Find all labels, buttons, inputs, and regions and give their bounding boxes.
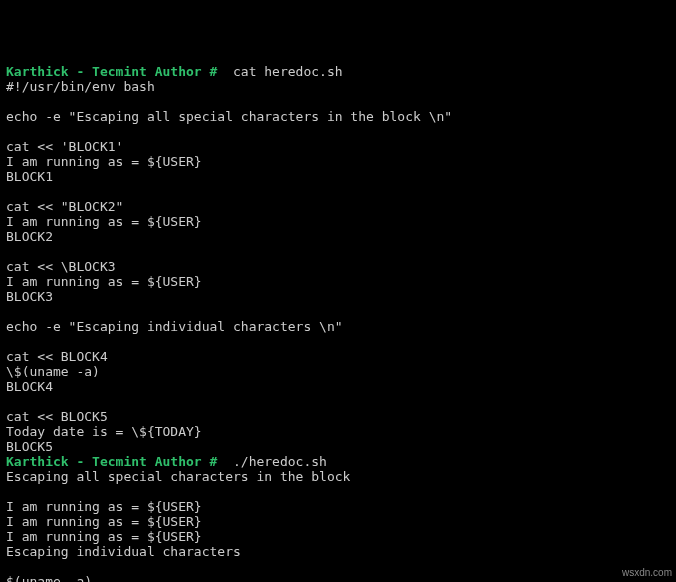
script-line: echo -e "Escaping individual characters … [6,319,343,334]
output-line: I am running as = ${USER} [6,529,202,544]
script-line: BLOCK1 [6,169,53,184]
watermark: wsxdn.com [622,565,672,580]
shell-prompt: Karthick - Tecmint Author # [6,64,225,79]
output-line: I am running as = ${USER} [6,499,202,514]
script-line: I am running as = ${USER} [6,274,202,289]
script-line: echo -e "Escaping all special characters… [6,109,452,124]
script-line: cat << \BLOCK3 [6,259,116,274]
terminal[interactable]: Karthick - Tecmint Author # cat heredoc.… [6,64,670,582]
script-line: cat << BLOCK5 [6,409,108,424]
command-1: cat heredoc.sh [225,64,342,79]
script-line: BLOCK2 [6,229,53,244]
script-line: cat << 'BLOCK1' [6,139,123,154]
script-line: \$(uname -a) [6,364,100,379]
script-line: I am running as = ${USER} [6,214,202,229]
output-line: I am running as = ${USER} [6,514,202,529]
output-line: Escaping all special characters in the b… [6,469,358,484]
script-line: cat << "BLOCK2" [6,199,123,214]
script-line: BLOCK4 [6,379,53,394]
output-line: Escaping individual characters [6,544,249,559]
script-line: #!/usr/bin/env bash [6,79,155,94]
shell-prompt: Karthick - Tecmint Author # [6,454,225,469]
command-2: ./heredoc.sh [225,454,327,469]
script-line: I am running as = ${USER} [6,154,202,169]
script-line: cat << BLOCK4 [6,349,108,364]
output-line: $(uname -a) [6,574,92,582]
script-line: BLOCK5 [6,439,53,454]
script-line: Today date is = \${TODAY} [6,424,202,439]
script-line: BLOCK3 [6,289,53,304]
